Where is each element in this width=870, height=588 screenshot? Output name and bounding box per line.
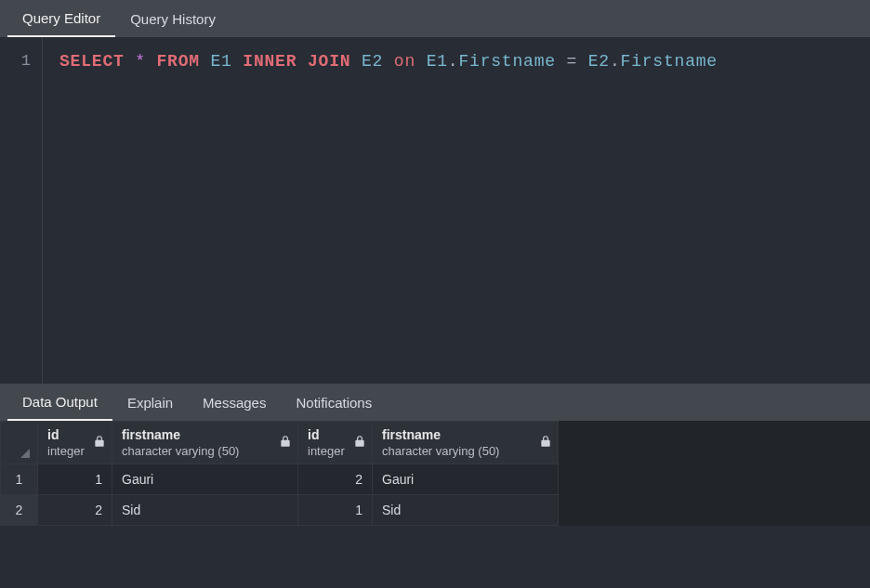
col-header[interactable]: firstname character varying (50) <box>112 422 298 464</box>
top-tab-bar: Query Editor Query History <box>0 0 870 37</box>
col-header[interactable]: firstname character varying (50) <box>373 422 559 464</box>
kw-select: SELECT <box>59 52 125 71</box>
tab-data-output[interactable]: Data Output <box>7 384 112 421</box>
lock-icon <box>539 435 552 451</box>
tab-query-editor[interactable]: Query Editor <box>7 0 115 37</box>
code-area[interactable]: SELECT * FROM E1 INNER JOIN E2 on E1.Fir… <box>43 37 870 384</box>
table-row[interactable]: 1 1 Gauri 2 Gauri <box>1 464 559 495</box>
cell[interactable]: Sid <box>112 495 298 526</box>
cell[interactable]: Gauri <box>373 464 559 495</box>
ident-t1: E1 <box>210 52 231 71</box>
results-table[interactable]: id integer firstname character varying (… <box>0 421 559 526</box>
ident-rhs-table: E2 <box>588 52 610 71</box>
table-corner[interactable] <box>1 422 38 464</box>
cell[interactable]: 2 <box>298 464 373 495</box>
results-panel: id integer firstname character varying (… <box>0 421 870 526</box>
table-row[interactable]: 2 2 Sid 1 Sid <box>1 495 559 526</box>
ident-lhs-col: Firstname <box>458 52 555 71</box>
bottom-tab-bar: Data Output Explain Messages Notificatio… <box>0 384 870 421</box>
col-header[interactable]: id integer <box>298 422 373 464</box>
kw-inner: INNER <box>243 52 297 71</box>
ident-lhs-table: E1 <box>427 52 448 71</box>
tab-notifications[interactable]: Notifications <box>281 384 387 421</box>
ident-rhs-col: Firstname <box>621 52 718 71</box>
tab-explain[interactable]: Explain <box>112 384 188 421</box>
col-type: character varying (50) <box>122 444 288 458</box>
col-name: firstname <box>382 427 548 442</box>
row-number: 2 <box>1 495 38 526</box>
col-type: character varying (50) <box>382 444 548 458</box>
kw-on: on <box>394 52 415 71</box>
cell[interactable]: 2 <box>38 495 112 526</box>
lock-icon <box>279 435 292 451</box>
cell[interactable]: 1 <box>38 464 112 495</box>
tab-messages[interactable]: Messages <box>188 384 281 421</box>
col-header[interactable]: id integer <box>38 422 112 464</box>
lock-icon <box>353 435 366 451</box>
ident-t2: E2 <box>362 52 383 71</box>
row-number: 1 <box>1 464 38 495</box>
cell[interactable]: Sid <box>373 495 559 526</box>
dot: . <box>610 52 621 71</box>
dot: . <box>448 52 459 71</box>
sql-editor[interactable]: 1 SELECT * FROM E1 INNER JOIN E2 on E1.F… <box>0 37 870 384</box>
cell[interactable]: 1 <box>298 495 373 526</box>
lock-icon <box>93 435 106 451</box>
tab-query-history[interactable]: Query History <box>115 0 231 37</box>
corner-triangle-icon <box>20 449 30 458</box>
kw-join: JOIN <box>308 52 350 71</box>
equals: = <box>566 52 577 71</box>
col-name: firstname <box>122 427 288 442</box>
sql-star: * <box>135 52 146 71</box>
line-number: 1 <box>0 50 31 72</box>
line-gutter: 1 <box>0 37 43 384</box>
kw-from: FROM <box>156 52 199 71</box>
cell[interactable]: Gauri <box>112 464 298 495</box>
